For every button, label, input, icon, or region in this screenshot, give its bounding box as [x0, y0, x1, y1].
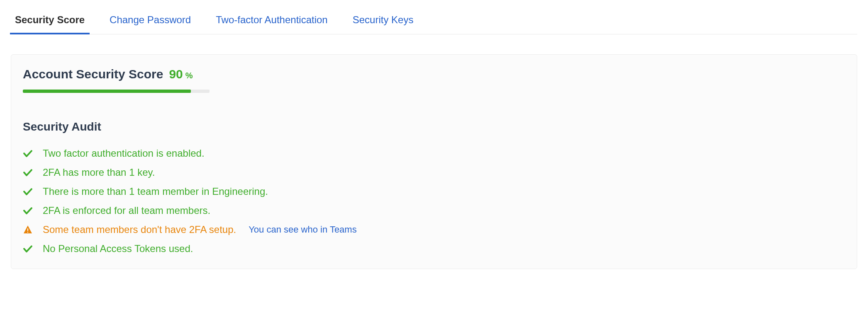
audit-item: 2FA has more than 1 key. [23, 167, 845, 178]
audit-text: No Personal Access Tokens used. [43, 243, 193, 255]
security-audit-heading: Security Audit [23, 120, 845, 133]
audit-text: Some team members don't have 2FA setup. [43, 224, 236, 235]
tab-two-factor-auth[interactable]: Two-factor Authentication [216, 8, 327, 34]
tab-label: Two-factor Authentication [216, 14, 327, 25]
tabs-bar: Security Score Change Password Two-facto… [11, 8, 857, 34]
audit-item: No Personal Access Tokens used. [23, 243, 845, 255]
audit-item: Two factor authentication is enabled. [23, 148, 845, 159]
check-icon [23, 244, 33, 254]
tab-security-score[interactable]: Security Score [15, 8, 85, 34]
tab-change-password[interactable]: Change Password [110, 8, 191, 34]
check-icon [23, 206, 33, 216]
audit-text: 2FA has more than 1 key. [43, 167, 155, 178]
score-value: 90 [169, 67, 183, 81]
warning-icon [23, 225, 33, 235]
check-icon [23, 187, 33, 196]
svg-rect-1 [27, 232, 28, 233]
tab-label: Change Password [110, 14, 191, 25]
audit-item: There is more than 1 team member in Engi… [23, 186, 845, 197]
audit-teams-link[interactable]: You can see who in Teams [249, 224, 357, 235]
score-percent-symbol: % [185, 71, 193, 80]
score-header: Account Security Score 90 % [23, 67, 845, 81]
score-label: Account Security Score [23, 67, 163, 81]
audit-list: Two factor authentication is enabled. 2F… [23, 148, 845, 255]
score-progress-bar [23, 90, 210, 93]
svg-rect-0 [27, 228, 28, 231]
security-score-panel: Account Security Score 90 % Security Aud… [11, 54, 857, 269]
check-icon [23, 167, 33, 177]
audit-item: Some team members don't have 2FA setup. … [23, 224, 845, 235]
audit-text: Two factor authentication is enabled. [43, 148, 205, 159]
tab-label: Security Keys [353, 14, 414, 25]
audit-text: There is more than 1 team member in Engi… [43, 186, 268, 197]
score-progress-fill [23, 90, 191, 93]
audit-item: 2FA is enforced for all team members. [23, 205, 845, 216]
check-icon [23, 148, 33, 158]
tab-label: Security Score [15, 14, 85, 25]
tab-security-keys[interactable]: Security Keys [353, 8, 414, 34]
audit-text: 2FA is enforced for all team members. [43, 205, 210, 216]
